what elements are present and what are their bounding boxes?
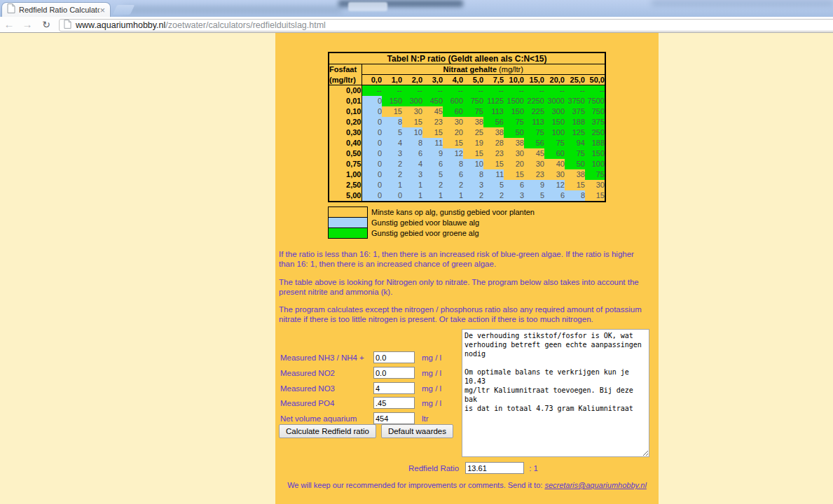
- np-table-cell: 6: [504, 180, 524, 190]
- np-table-cell: 30: [504, 148, 524, 159]
- np-table-cell: 150: [504, 106, 524, 117]
- np-table-cell: 150: [544, 117, 565, 127]
- legend-label: Gunstig gebied voor groene alg: [371, 229, 479, 237]
- np-table-cell: 2: [382, 159, 402, 169]
- form-field-row: Net volume aquariumltr: [280, 412, 429, 424]
- nitraat-column-header: 1,0: [382, 75, 402, 85]
- field-input[interactable]: [373, 412, 415, 424]
- np-table-cell: 188: [585, 138, 605, 148]
- np-table-cell: 10: [463, 159, 483, 169]
- np-table-cell: 250: [585, 127, 605, 138]
- field-unit: mg / l: [422, 399, 441, 407]
- field-input[interactable]: [373, 367, 415, 379]
- np-table-cell: 2: [382, 169, 402, 180]
- np-table-row: 0,2008152330385675113150188375: [329, 117, 605, 127]
- np-table-row: 1,00023568111523303875: [329, 169, 605, 180]
- np-table-cell: 30: [544, 169, 565, 180]
- np-table-cell: --: [422, 85, 443, 96]
- back-button[interactable]: ←: [1, 18, 17, 31]
- nitraat-column-header: 0,0: [362, 75, 382, 85]
- np-table-cell: --: [362, 85, 382, 96]
- email-link[interactable]: secretaris@aquariumhobby.nl: [544, 481, 646, 489]
- redfield-ratio-suffix: : 1: [529, 464, 538, 472]
- field-input[interactable]: [373, 382, 415, 394]
- result-textarea[interactable]: De verhouding stikstof/fosfor is OK, wat…: [462, 329, 649, 457]
- forward-button[interactable]: →: [20, 18, 35, 31]
- np-table-cell: 150: [585, 148, 605, 159]
- np-table-cell: 75: [585, 169, 605, 180]
- tab-title: Redfield Ratio Calculator: [19, 6, 99, 14]
- background-window-smudge: [652, 0, 833, 6]
- fosfaat-row-label: 0,20: [329, 117, 362, 127]
- np-table-cell: 5: [524, 190, 544, 202]
- np-table-cell: 1: [402, 190, 422, 202]
- np-table-cell: 15: [422, 127, 443, 138]
- np-table-cell: --: [565, 85, 585, 96]
- np-table-cell: 2: [483, 190, 504, 202]
- np-table-cell: 45: [524, 148, 544, 159]
- content-column: Tabel N:P ratio (Geldt alleen als C:N<15…: [275, 33, 659, 504]
- browser-tab[interactable]: Redfield Ratio Calculator ×: [1, 2, 111, 17]
- reload-button[interactable]: ↻: [39, 18, 54, 31]
- fosfaat-row-label: 0,01: [329, 96, 362, 106]
- form-buttons: Calculate Redfield ratio Default waardes: [279, 424, 453, 438]
- np-table-cell: 5: [422, 169, 443, 180]
- np-table-cell: 12: [443, 148, 463, 159]
- redfield-ratio-input[interactable]: [465, 462, 524, 474]
- np-table-cell: 5: [483, 180, 504, 190]
- np-table-cell: 750: [585, 106, 605, 117]
- np-table-cell: 60: [544, 148, 565, 159]
- np-table-cell: 15: [565, 180, 585, 190]
- np-table-cell: 0: [362, 127, 382, 138]
- np-table-cell: 15: [443, 138, 463, 148]
- np-table-cell: --: [504, 85, 524, 96]
- np-table-cell: 94: [565, 138, 585, 148]
- address-bar[interactable]: www.aquariumhobby.nl/zoetwater/calculato…: [59, 19, 833, 31]
- np-table-cell: 15: [483, 159, 504, 169]
- default-values-button[interactable]: Default waardes: [381, 424, 453, 438]
- np-table-cell: 4: [402, 159, 422, 169]
- field-unit: mg / l: [422, 354, 441, 362]
- np-table-cell: 5: [382, 127, 402, 138]
- np-table-cell: 56: [483, 117, 504, 127]
- np-table-cell: 75: [463, 106, 483, 117]
- np-table-cell: 6: [544, 190, 565, 202]
- np-table-cell: 0: [362, 190, 382, 202]
- np-table-row: 0,01015030045060075011251500225030003750…: [329, 96, 605, 106]
- np-table-cell: 38: [565, 169, 585, 180]
- browser-window: Redfield Ratio Calculator × ← → ↻ www.aq…: [0, 0, 833, 504]
- np-table-cell: 0: [362, 169, 382, 180]
- nitraat-column-header: 4,0: [443, 75, 463, 85]
- np-table-cell: 1125: [483, 96, 504, 106]
- np-table-cell: 19: [463, 138, 483, 148]
- fosfaat-row-label: 1,00: [329, 169, 362, 180]
- fosfaat-unit: (mg/ltr): [329, 75, 362, 85]
- np-table-cell: --: [524, 85, 544, 96]
- footer: We will keep our recommended for improve…: [275, 481, 659, 489]
- np-table-cell: 75: [565, 148, 585, 159]
- close-tab-icon[interactable]: ×: [99, 6, 105, 15]
- calculate-redfield-ratio-button[interactable]: Calculate Redfield ratio: [279, 424, 376, 438]
- np-table-cell: 8: [565, 190, 585, 202]
- nitraat-column-header: 3,0: [422, 75, 443, 85]
- np-table-cell: 3750: [565, 96, 585, 106]
- np-table-cell: 2: [443, 180, 463, 190]
- field-input[interactable]: [373, 351, 415, 363]
- field-input[interactable]: [373, 397, 415, 409]
- np-table-cell: 3: [463, 180, 483, 190]
- np-table-cell: --: [544, 85, 565, 96]
- field-label: Measured NO3: [280, 384, 373, 393]
- np-table-row: 0,50036912152330456075150: [329, 148, 605, 159]
- fosfaat-row-label: 2,50: [329, 180, 362, 190]
- np-table-row: 0,1001530456075113150225300375750: [329, 106, 605, 117]
- np-table-cell: 100: [544, 127, 565, 138]
- new-tab-button[interactable]: [113, 5, 135, 15]
- np-table-cell: 60: [443, 106, 463, 117]
- page-favicon-icon: [7, 4, 15, 16]
- field-label: Measured NH3 / NH4 +: [280, 354, 373, 362]
- fosfaat-row-label: 0,75: [329, 159, 362, 169]
- np-table-cell: 30: [524, 159, 544, 169]
- redfield-ratio-label: Redfield Ratio: [408, 464, 459, 472]
- background-window-smudge: [123, 6, 342, 13]
- page-background: Tabel N:P ratio (Geldt alleen als C:N<15…: [0, 33, 833, 504]
